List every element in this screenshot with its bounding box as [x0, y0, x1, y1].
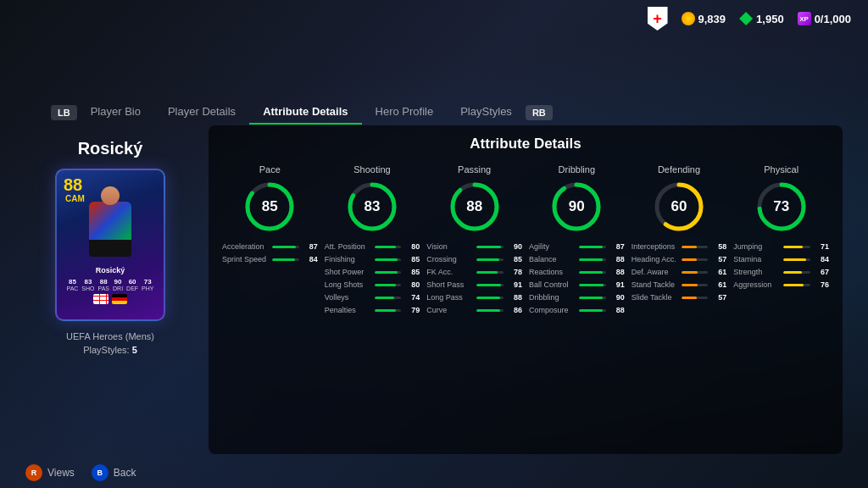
circle-pace: 85	[242, 180, 297, 234]
sub-attr-val-5-3: 76	[814, 280, 829, 289]
card-stat-phy: 73PHY	[142, 278, 153, 291]
coin-icon	[682, 12, 695, 25]
sub-attr-val-2-0: 90	[507, 242, 522, 251]
sub-attr-label-3-1: Balance	[529, 255, 576, 263]
sub-attr-bar-2-4	[476, 297, 500, 299]
sub-attr-val-3-1: 88	[609, 255, 625, 263]
germany-flag	[112, 294, 127, 304]
sub-attr-bar-1-0	[375, 246, 396, 248]
points-icon	[739, 12, 753, 25]
sub-attr-label-3-3: Ball Control	[529, 280, 576, 289]
sub-attr-bar-1-5	[375, 309, 396, 312]
sub-attr-row-2-4: Long Pass 88	[426, 293, 522, 302]
sub-attr-bar-wrap-2-3	[476, 284, 504, 286]
attr-cat-physical: Physical 73 Jumping 71 Stamina 84 Streng…	[733, 164, 829, 314]
back-label: Back	[114, 467, 136, 479]
sub-attr-bar-wrap-3-3	[579, 284, 606, 286]
sub-attr-row-1-2: Shot Power 85	[325, 268, 420, 276]
sub-attr-bar-3-0	[579, 246, 603, 248]
sub-attr-row-4-3: Stand Tackle 61	[632, 280, 727, 289]
sub-attr-bar-3-3	[579, 284, 604, 286]
tab-hero-profile[interactable]: Hero Profile	[362, 100, 448, 125]
sub-attr-label-4-2: Def. Aware	[632, 268, 678, 276]
sub-attr-bar-wrap-0-0	[272, 246, 299, 248]
attribute-details-panel: Attribute Details Pace 85 Acceleration 8…	[209, 125, 843, 454]
sub-attr-row-4-0: Interceptions 58	[632, 242, 727, 251]
card-stat-pas: 88PAS	[98, 278, 110, 291]
footer-bar: R Views B Back	[25, 464, 136, 481]
sub-attr-bar-3-2	[579, 271, 603, 274]
sub-attr-row-4-4: Slide Tackle 57	[632, 293, 727, 302]
tab-lb[interactable]: LB	[51, 105, 77, 120]
card-stat-def: 60DEF	[126, 278, 138, 291]
attr-cat-shooting: Shooting 83 Att. Position 80 Finishing 8…	[325, 164, 420, 314]
sub-attrs-1: Att. Position 80 Finishing 85 Shot Power…	[325, 242, 420, 314]
sub-attr-bar-wrap-4-1	[682, 258, 709, 261]
tab-player-bio[interactable]: Player Bio	[77, 100, 154, 125]
sub-attr-row-3-1: Balance 88	[529, 255, 625, 263]
sub-attr-bar-wrap-5-3	[783, 284, 810, 286]
sub-attrs-3: Agility 87 Balance 88 Reactions 88 Ball …	[529, 242, 625, 314]
tab-player-details[interactable]: Player Details	[154, 100, 249, 125]
sub-attr-bar-wrap-2-0	[476, 246, 504, 248]
views-label: Views	[47, 467, 75, 479]
sub-attr-bar-wrap-1-2	[375, 271, 402, 274]
sub-attr-val-3-5: 88	[609, 306, 625, 314]
sub-attr-val-1-2: 85	[404, 268, 420, 276]
sub-attr-bar-3-1	[579, 258, 603, 261]
sub-attr-bar-5-2	[783, 271, 801, 274]
sub-attr-row-2-5: Curve 86	[426, 306, 522, 314]
views-button[interactable]: R Views	[25, 464, 75, 481]
sub-attr-row-1-0: Att. Position 80	[325, 242, 420, 251]
circle-value-4: 60	[652, 180, 706, 234]
sub-attr-row-2-1: Crossing 85	[426, 255, 522, 263]
sub-attr-label-4-1: Heading Acc.	[632, 255, 678, 263]
sub-attr-bar-4-0	[682, 246, 697, 248]
circle-value-5: 73	[754, 180, 809, 234]
sub-attr-label-3-5: Composure	[529, 306, 576, 314]
sub-attr-val-1-1: 85	[404, 255, 420, 263]
tab-rb[interactable]: RB	[526, 105, 553, 120]
sub-attr-val-1-0: 80	[404, 242, 420, 251]
sub-attr-label-3-4: Dribbling	[529, 293, 576, 302]
sub-attr-label-2-3: Short Pass	[426, 280, 473, 289]
sub-attrs-2: Vision 90 Crossing 85 FK Acc. 78 Short P…	[426, 242, 522, 314]
card-player-name: Rosický	[96, 266, 125, 274]
sub-attr-row-1-4: Volleys 74	[325, 293, 420, 302]
card-stat-dri: 90DRI	[113, 278, 123, 291]
sub-attr-label-4-3: Stand Tackle	[632, 280, 678, 289]
sub-attr-bar-5-0	[783, 246, 802, 248]
attribute-details-title: Attribute Details	[222, 136, 829, 152]
player-figure	[68, 184, 153, 264]
sub-attr-row-5-3: Aggression 76	[733, 280, 829, 289]
attribute-categories: Pace 85 Acceleration 87 Sprint Speed 84 …	[222, 164, 829, 314]
attr-cat-dribbling: Dribbling 90 Agility 87 Balance 88 React…	[529, 164, 625, 314]
card-stat-pac: 85PAC	[66, 278, 78, 291]
england-flag	[93, 294, 108, 304]
back-button[interactable]: B Back	[92, 464, 136, 481]
player-playstyles-label: PlayStyles: 5	[66, 345, 154, 355]
sub-attr-label-1-5: Penalties	[325, 306, 371, 314]
player-panel: Rosický 88 CAM Rosický	[25, 125, 195, 454]
circle-shooting: 83	[345, 180, 399, 234]
sub-attr-bar-wrap-2-1	[476, 258, 504, 261]
sub-attr-val-1-4: 74	[404, 293, 420, 302]
sub-attr-val-0-1: 84	[303, 255, 318, 263]
sub-attr-row-3-5: Composure 88	[529, 306, 625, 314]
tab-attribute-details[interactable]: Attribute Details	[249, 100, 361, 125]
sub-attr-val-3-4: 90	[609, 293, 625, 302]
points-display: 1,950	[739, 12, 784, 25]
sub-attr-label-2-1: Crossing	[426, 255, 473, 263]
sub-attr-val-2-4: 88	[507, 293, 522, 302]
sub-attr-row-4-2: Def. Aware 61	[632, 268, 727, 276]
sub-attr-bar-3-4	[579, 297, 604, 299]
sub-attr-val-4-0: 58	[711, 242, 726, 251]
sub-attr-label-3-0: Agility	[529, 242, 576, 251]
attr-cat-defending: Defending 60 Interceptions 58 Heading Ac…	[632, 164, 727, 314]
attr-cat-name-2: Passing	[458, 164, 491, 175]
sub-attr-bar-wrap-3-0	[579, 246, 606, 248]
tab-playstyles[interactable]: PlayStyles	[447, 100, 526, 125]
sub-attr-label-2-5: Curve	[426, 306, 473, 314]
sub-attr-row-2-2: FK Acc. 78	[426, 268, 522, 276]
sub-attr-row-4-1: Heading Acc. 57	[632, 255, 727, 263]
